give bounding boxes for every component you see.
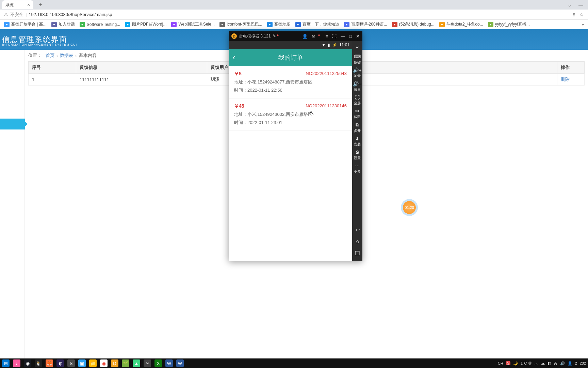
taskbar-app-icon[interactable]: ✂	[144, 359, 151, 367]
order-address: 地址：小花,15249248877,西安市雁塔区	[234, 79, 347, 85]
ldplayer-icon[interactable]: D	[111, 359, 118, 367]
expand-icon[interactable]: ⛶	[332, 34, 337, 39]
star-icon[interactable]: ☆	[579, 12, 584, 17]
chevron-down-icon[interactable]: ⌄	[565, 2, 574, 7]
emulator-sidebar-设置[interactable]: ⚙设置	[353, 148, 361, 162]
tab-close-icon[interactable]: ×	[27, 2, 30, 7]
bookmark-favicon-icon: ●	[267, 22, 273, 27]
browser-tab[interactable]: 系统 ×	[2, 0, 33, 9]
bookmark-favicon-icon: ●	[392, 22, 397, 27]
cloud-icon[interactable]: ☁	[541, 361, 545, 366]
tab-title: 系统	[5, 2, 14, 8]
user-icon[interactable]: 👤	[302, 34, 308, 39]
android-studio-icon[interactable]: ▲	[133, 359, 140, 367]
maximize-icon[interactable]: □	[349, 34, 352, 39]
close-icon[interactable]: ✕	[356, 34, 360, 39]
bookmark-item[interactable]: ●(52条消息) debug...	[392, 21, 435, 27]
system-tray[interactable]: CH S 🌙 1°C 雾 ︿ ☁ ◧ 🖧 🔊 👤 2 202	[498, 361, 586, 366]
tray-icon[interactable]: ◧	[548, 361, 551, 366]
network-icon[interactable]: 🖧	[554, 361, 557, 365]
emulator-sidebar-多开[interactable]: ⧉多开	[353, 121, 361, 135]
word-icon[interactable]: W	[176, 359, 184, 367]
bookmark-item[interactable]: ●斗鱼dota2_斗鱼do...	[439, 21, 483, 27]
taskbar-app-icon[interactable]: ▣	[78, 359, 86, 367]
start-button[interactable]: ⊞	[2, 359, 10, 367]
sidebar-active-indicator[interactable]	[0, 119, 25, 129]
bookmark-item[interactable]: ●Software Testing...	[80, 22, 120, 27]
breadcrumb-home[interactable]: 首页	[46, 52, 54, 59]
sidebar-icon: 🔊−	[353, 81, 361, 87]
bookmark-item[interactable]: ●加入对话	[51, 21, 75, 27]
bookmarks-overflow-icon[interactable]: »	[582, 22, 584, 27]
weather-text[interactable]: 1°C 雾	[521, 361, 532, 366]
volume-icon[interactable]: 🔊	[560, 361, 565, 366]
taskbar-app-icon[interactable]: 🐧	[35, 359, 42, 367]
url-text[interactable]: 192.168.0.106:8080/ShopService/main.jsp	[29, 12, 112, 17]
bookmark-item[interactable]: ●百度翻译-200种语...	[344, 21, 387, 27]
minimize-icon[interactable]: —	[341, 34, 345, 39]
menu-icon[interactable]: ≡	[326, 34, 328, 39]
delete-link[interactable]: 删除	[561, 77, 570, 82]
taskbar-app-icon[interactable]: ♪	[13, 359, 20, 367]
order-card[interactable]: ￥45NO20220111230146地址：小米,15249243002,西安市…	[229, 98, 352, 131]
wand-icon[interactable]: ✎	[273, 34, 276, 39]
taskbar-app-icon[interactable]: 🌱	[122, 359, 129, 367]
bookmark-item[interactable]: ●高德地图	[267, 21, 291, 27]
firefox-icon[interactable]: 🦊	[46, 359, 53, 367]
cell-no: 1	[29, 74, 76, 86]
sidebar-label: 截图	[354, 114, 361, 119]
breadcrumb-data[interactable]: 数据表	[60, 52, 73, 59]
order-card[interactable]: ￥5NO20220111225643地址：小花,15249248877,西安市雁…	[229, 66, 352, 98]
chevron-right-icon: ›	[75, 53, 77, 58]
excel-icon[interactable]: X	[154, 359, 162, 367]
collapse-icon[interactable]: «	[356, 43, 359, 51]
sogou-icon[interactable]: S	[506, 361, 510, 365]
share-icon[interactable]: ⇪	[572, 12, 576, 17]
sublime-icon[interactable]: S	[67, 359, 75, 367]
sidebar-label: 多开	[354, 128, 361, 133]
bookmark-label: 高德地图	[274, 21, 291, 27]
emulator-sidebar-截图[interactable]: ✂截图	[353, 107, 361, 121]
sidebar-icon: 🔊+	[353, 67, 361, 73]
tray-icon[interactable]: 👤	[568, 361, 572, 366]
app-title: 我的订单	[278, 53, 303, 62]
insecure-label: 不安全	[10, 12, 23, 18]
bookmark-item[interactable]: ●百度一下，你就知道	[295, 21, 339, 27]
emulator-sidebar-更多[interactable]: ⋯更多	[353, 162, 361, 175]
window-minimize-icon[interactable]: —	[576, 2, 586, 7]
android-recent-icon[interactable]: ❐	[355, 248, 360, 259]
android-screen: ▼ ▮ ⚡ 11:01 ‹ 我的订单 ￥5NO20220111225643地址：…	[229, 41, 352, 261]
explorer-icon[interactable]: 📁	[89, 359, 97, 367]
tray-chevron-icon[interactable]: ︿	[535, 361, 538, 366]
bookmark-item[interactable]: ●高德开放平台 | 高...	[4, 21, 47, 27]
clock-time[interactable]: 2	[575, 361, 577, 365]
windows-taskbar[interactable]: ⊞ ♪ ◉ 🐧 🦊 ◐ S ▣ 📁 ◉ D 🌱 ▲ ✂ X W W CH S 🌙…	[0, 358, 588, 368]
wifi-icon: ▼	[322, 43, 326, 47]
steam-icon[interactable]: ◉	[24, 359, 31, 367]
timer-badge[interactable]: 01:20	[403, 201, 416, 214]
back-icon[interactable]: ‹	[233, 53, 235, 62]
emulator-sidebar-按键[interactable]: ⌨按键	[353, 52, 361, 66]
eclipse-icon[interactable]: ◐	[56, 359, 64, 367]
bookmark-label: (52条消息) debug...	[399, 21, 435, 27]
ime-indicator[interactable]: CH	[498, 361, 503, 365]
emulator-sidebar-全屏[interactable]: ⛶全屏	[353, 93, 361, 107]
bookmark-item[interactable]: ●图片PDF转Wordj...	[125, 21, 166, 27]
bookmark-item[interactable]: ●Iconfont-阿里巴巴...	[219, 21, 262, 27]
bookmark-item[interactable]: ●Web测试工具Sele...	[171, 21, 214, 27]
emulator-titlebar[interactable]: D 雷电模拟器 3.121 ✎● 👤 ✉● ≡ ⛶ — □ ✕	[229, 31, 362, 41]
order-list[interactable]: ￥5NO20220111225643地址：小花,15249248877,西安市雁…	[229, 66, 352, 261]
emulator-sidebar-加量[interactable]: 🔊+加量	[353, 66, 361, 80]
bookmark-label: 百度一下，你就知道	[303, 21, 339, 27]
emulator-sidebar-安装[interactable]: ⬇安装	[353, 135, 361, 148]
chevron-right-icon: ›	[56, 53, 58, 58]
android-back-icon[interactable]: ↩	[355, 225, 360, 235]
bookmark-item[interactable]: ●yyfyyf_yyfyyf直播...	[488, 21, 530, 27]
emulator-sidebar-减量[interactable]: 🔊−减量	[353, 80, 361, 93]
android-home-icon[interactable]: ⌂	[356, 236, 359, 247]
mail-icon[interactable]: ✉	[312, 34, 315, 39]
new-tab-button[interactable]: +	[36, 2, 45, 8]
chrome-icon[interactable]: ◉	[100, 359, 108, 367]
word-icon[interactable]: W	[165, 359, 173, 367]
sidebar-icon: ⚙	[355, 150, 360, 155]
